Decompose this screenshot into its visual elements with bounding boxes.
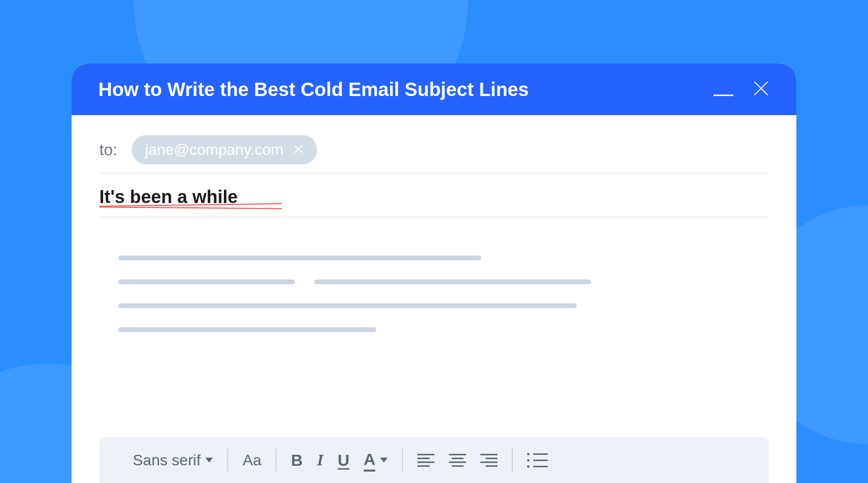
- italic-button[interactable]: I: [317, 451, 323, 469]
- bold-button[interactable]: B: [291, 451, 303, 470]
- underline-button[interactable]: U: [338, 451, 349, 470]
- remove-recipient-button[interactable]: [293, 144, 304, 156]
- email-body[interactable]: [99, 217, 769, 437]
- align-center-icon: [449, 454, 466, 467]
- body-placeholder-line: [118, 279, 295, 284]
- recipient-email: jane@company.com: [145, 141, 284, 159]
- toolbar-divider: [402, 449, 403, 472]
- align-right-icon: [480, 454, 498, 467]
- align-right-button[interactable]: [480, 454, 498, 467]
- font-size-label: Aa: [243, 451, 261, 469]
- subject-field[interactable]: It's been a while: [99, 173, 769, 217]
- chevron-down-icon: [205, 458, 213, 462]
- recipient-chip[interactable]: jane@company.com: [132, 135, 317, 164]
- window-controls: [713, 80, 770, 99]
- body-placeholder-line: [118, 256, 481, 260]
- to-field-row[interactable]: to: jane@company.com: [99, 127, 769, 173]
- align-left-icon: [417, 454, 434, 467]
- align-center-button[interactable]: [449, 454, 466, 467]
- text-color-label: A: [364, 450, 376, 471]
- body-placeholder-line: [314, 279, 591, 284]
- window-title: How to Write the Best Cold Email Subject…: [98, 79, 529, 100]
- toolbar-divider: [227, 449, 228, 472]
- to-label: to:: [99, 140, 117, 159]
- toolbar-divider: [275, 449, 276, 472]
- font-family-label: Sans serif: [133, 451, 201, 469]
- emphasis-underline: [99, 204, 282, 210]
- font-family-selector[interactable]: Sans serif: [133, 451, 213, 469]
- title-bar: How to Write the Best Cold Email Subject…: [72, 64, 796, 115]
- font-size-button[interactable]: Aa: [243, 451, 261, 469]
- close-icon: [752, 80, 770, 97]
- compose-window: How to Write the Best Cold Email Subject…: [72, 64, 796, 483]
- formatting-toolbar: Sans serif Aa B I U A: [99, 437, 769, 483]
- text-color-button[interactable]: A: [364, 450, 388, 471]
- minimize-button[interactable]: [713, 95, 733, 96]
- bullet-list-button[interactable]: [527, 453, 548, 468]
- close-icon: [293, 144, 304, 154]
- toolbar-divider: [512, 449, 513, 472]
- chevron-down-icon: [380, 458, 388, 462]
- align-left-button[interactable]: [417, 454, 434, 467]
- bullet-list-icon: [527, 453, 548, 468]
- close-button[interactable]: [752, 80, 770, 99]
- body-placeholder-line: [118, 303, 577, 308]
- body-placeholder-line: [118, 327, 376, 332]
- compose-content: to: jane@company.com It's been a while: [72, 115, 796, 437]
